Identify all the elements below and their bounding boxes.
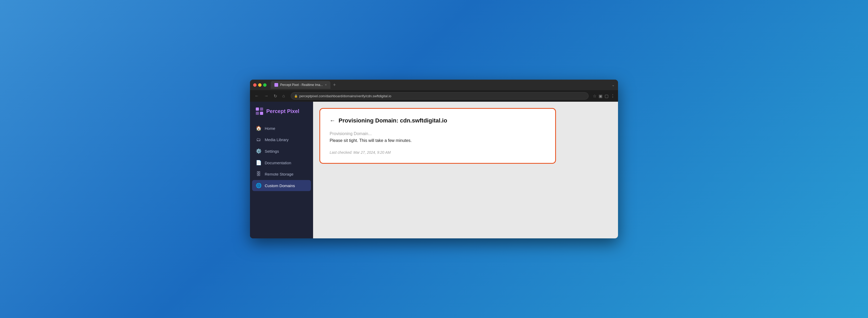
- provision-message: Please sit tight. This will take a few m…: [330, 138, 546, 143]
- sidebar-label-documentation: Documentation: [265, 161, 291, 165]
- nav-items: 🏠 Home 🗂 Media Library ⚙️ Settings 📄 Doc…: [250, 123, 313, 191]
- logo-text: Percept Pixel: [266, 108, 300, 114]
- provision-status: Provisioning Domain...: [330, 131, 546, 136]
- sidebar-item-settings[interactable]: ⚙️ Settings: [252, 146, 311, 157]
- tab-area: Percept Pixel - Realtime Ima... × +: [271, 81, 610, 89]
- custom-domains-icon: 🌐: [256, 183, 261, 188]
- bookmark-icon[interactable]: ☆: [593, 94, 596, 99]
- tab-favicon: [274, 83, 278, 87]
- card-title: Provisioning Domain: cdn.swftdigital.io: [339, 117, 447, 124]
- browser-window: Percept Pixel - Realtime Ima... × + ⌄ ← …: [250, 80, 618, 238]
- reload-button[interactable]: ↻: [272, 93, 279, 100]
- minimize-window-button[interactable]: [258, 83, 261, 87]
- traffic-lights: [253, 83, 267, 87]
- tab-close-button[interactable]: ×: [325, 83, 327, 87]
- close-window-button[interactable]: [253, 83, 256, 87]
- logo-icon: [255, 107, 264, 115]
- active-tab[interactable]: Percept Pixel - Realtime Ima... ×: [271, 81, 331, 89]
- home-icon: 🏠: [256, 125, 261, 131]
- forward-button[interactable]: →: [262, 93, 270, 99]
- lock-icon: 🔒: [294, 94, 298, 98]
- sidebar-label-settings: Settings: [265, 149, 279, 154]
- media-library-icon: 🗂: [256, 137, 261, 142]
- sidebar-item-media-library[interactable]: 🗂 Media Library: [252, 134, 311, 145]
- tab-title: Percept Pixel - Realtime Ima...: [280, 83, 323, 87]
- new-tab-button[interactable]: +: [332, 82, 338, 88]
- maximize-window-button[interactable]: [263, 83, 267, 87]
- sidebar-item-remote-storage[interactable]: 🗄 Remote Storage: [252, 169, 311, 180]
- sidebar-label-remote-storage: Remote Storage: [265, 172, 293, 176]
- back-arrow-button[interactable]: ←: [330, 117, 335, 124]
- documentation-icon: 📄: [256, 160, 261, 166]
- title-bar: Percept Pixel - Realtime Ima... × + ⌄: [250, 80, 618, 90]
- svg-rect-1: [260, 107, 263, 110]
- app-container: Percept Pixel 🏠 Home 🗂 Media Library ⚙️ …: [250, 102, 618, 238]
- extensions-icon[interactable]: ▣: [598, 94, 602, 99]
- settings-icon: ⚙️: [256, 148, 261, 154]
- main-content: ← Provisioning Domain: cdn.swftdigital.i…: [313, 102, 618, 238]
- nav-bar: ← → ↻ ⌂ 🔒 perceptpixel.com/dashboard/dom…: [250, 90, 618, 102]
- sidebar-toggle-icon[interactable]: ▢: [604, 94, 609, 99]
- sidebar: Percept Pixel 🏠 Home 🗂 Media Library ⚙️ …: [250, 102, 313, 238]
- svg-rect-2: [256, 112, 259, 115]
- svg-rect-3: [260, 112, 263, 115]
- svg-rect-0: [256, 107, 259, 110]
- window-controls: ⌄: [612, 83, 615, 87]
- sidebar-item-custom-domains[interactable]: 🌐 Custom Domains: [252, 180, 311, 191]
- home-button[interactable]: ⌂: [281, 93, 286, 99]
- card-header: ← Provisioning Domain: cdn.swftdigital.i…: [330, 117, 546, 124]
- back-button[interactable]: ←: [253, 93, 260, 99]
- logo-area: Percept Pixel: [250, 107, 313, 123]
- provision-timestamp: Last checked: Mar 27, 2024, 9:20 AM: [330, 150, 546, 155]
- provision-card: ← Provisioning Domain: cdn.swftdigital.i…: [319, 108, 556, 164]
- address-bar[interactable]: 🔒 perceptpixel.com/dashboard/domains/ver…: [291, 92, 589, 100]
- menu-icon[interactable]: ⋮: [611, 94, 615, 99]
- sidebar-label-media-library: Media Library: [265, 137, 289, 142]
- sidebar-item-documentation[interactable]: 📄 Documentation: [252, 157, 311, 168]
- remote-storage-icon: 🗄: [256, 171, 261, 177]
- sidebar-item-home[interactable]: 🏠 Home: [252, 123, 311, 134]
- address-text: perceptpixel.com/dashboard/domains/verif…: [300, 94, 585, 98]
- sidebar-label-custom-domains: Custom Domains: [265, 184, 295, 188]
- sidebar-label-home: Home: [265, 126, 275, 131]
- nav-actions: ☆ ▣ ▢ ⋮: [593, 94, 615, 99]
